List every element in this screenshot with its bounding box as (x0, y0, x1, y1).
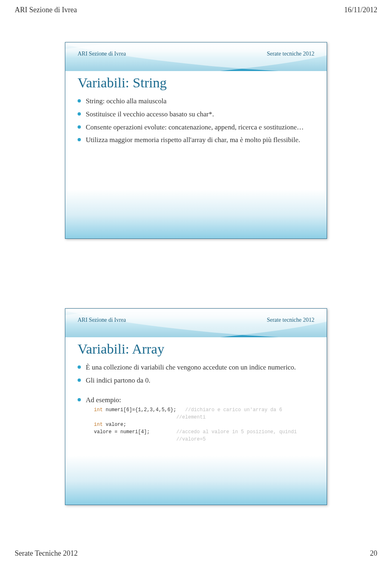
slide-header-left: ARI Sezione di Ivrea (78, 317, 126, 323)
code-keyword: int (94, 407, 103, 413)
bullet-item: Sostituisce il vecchio accesso basato su… (78, 109, 314, 119)
code-text: valore = numeri[4]; (94, 429, 176, 435)
bullet-list: È una collezione di variabili che vengon… (78, 363, 314, 385)
code-comment: //dichiaro e carico un'array da 6 (185, 407, 282, 413)
slide-array: ARI Sezione di Ivrea Serate tecniche 201… (65, 308, 327, 505)
bullet-list-example: Ad esempio: int numeri[6]={1,2,3,4,5,6};… (78, 395, 314, 443)
footer-page-number: 20 (370, 549, 377, 558)
slide-title: Variabili: Array (78, 341, 314, 357)
code-text: numeri[6]={1,2,3,4,5,6}; (103, 407, 185, 413)
code-comment: //elementi (176, 414, 206, 420)
header-left: ARI Sezione di Ivrea (15, 6, 77, 14)
page: ARI Sezione di Ivrea 16/11/2012 ARI Sezi… (0, 0, 392, 570)
slide-header-left: ARI Sezione di Ivrea (78, 51, 126, 57)
slide-title: Variabili: String (78, 75, 314, 91)
running-footer: Serate Tecniche 2012 20 (15, 549, 377, 558)
running-header: ARI Sezione di Ivrea 16/11/2012 (0, 0, 392, 18)
code-text: valore; (103, 422, 127, 428)
bullet-item: È una collezione di variabili che vengon… (78, 363, 314, 372)
slide-header-text: ARI Sezione di Ivrea Serate tecniche 201… (78, 51, 314, 57)
bullet-item: Utilizza maggior memoria rispetto all'ar… (78, 135, 314, 145)
slide-header-right: Serate tecniche 2012 (267, 317, 314, 323)
code-keyword: int (94, 422, 103, 428)
slide-header-graphic: ARI Sezione di Ivrea Serate tecniche 201… (65, 309, 327, 337)
example-label: Ad esempio: (86, 396, 121, 404)
slides-area: ARI Sezione di Ivrea Serate tecniche 201… (0, 18, 392, 505)
code-comment: //accedo al valore in 5 posizione, quind… (176, 429, 297, 435)
slide-body: Variabili: String String: occhio alla ma… (65, 71, 327, 145)
bullet-item: Consente operazioni evolute: concatenazi… (78, 122, 314, 132)
bullet-item: Gli indici partono da 0. (78, 376, 314, 385)
slide-header-text: ARI Sezione di Ivrea Serate tecniche 201… (78, 317, 314, 323)
footer-left: Serate Tecniche 2012 (15, 549, 78, 558)
slide-string: ARI Sezione di Ivrea Serate tecniche 201… (65, 42, 327, 239)
bullet-list: String: occhio alla maiuscola Sostituisc… (78, 96, 314, 145)
code-block: int numeri[6]={1,2,3,4,5,6}; //dichiaro … (86, 406, 314, 443)
code-comment: //valore=5 (176, 436, 206, 442)
bullet-item: String: occhio alla maiuscola (78, 96, 314, 106)
slide-header-right: Serate tecniche 2012 (267, 51, 314, 57)
slide-header-graphic: ARI Sezione di Ivrea Serate tecniche 201… (65, 42, 327, 71)
bullet-item: Ad esempio: int numeri[6]={1,2,3,4,5,6};… (78, 395, 314, 443)
header-right: 16/11/2012 (344, 6, 377, 14)
slide-body: Variabili: Array È una collezione di var… (65, 337, 327, 443)
